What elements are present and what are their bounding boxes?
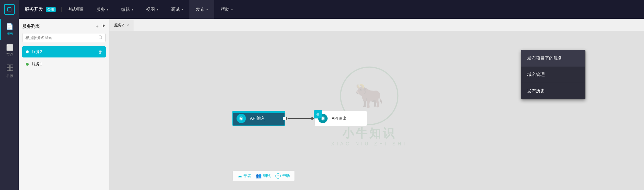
bottom-toolbar: ☁ 部署 👥 调试 ? 帮助 bbox=[232, 170, 295, 181]
deploy-icon: ☁ bbox=[237, 173, 242, 179]
sidebar-item-service[interactable]: 📄 服务 bbox=[0, 19, 19, 40]
output-corner-flag bbox=[314, 110, 322, 118]
publish-dropdown: 发布项目下的服务 域名管理 发布历史 bbox=[521, 50, 585, 99]
view-chevron-icon: ▾ bbox=[157, 8, 158, 11]
watermark-en-text: XIAO NIU ZHI SHI bbox=[331, 141, 407, 147]
output-node-label: API输出 bbox=[332, 116, 347, 121]
search-input[interactable] bbox=[25, 35, 97, 40]
add-service-button[interactable]: + bbox=[95, 23, 99, 30]
panel-actions: + bbox=[95, 23, 106, 30]
service-status-dot bbox=[26, 50, 29, 53]
service-panel: 服务列表 + 服务2 🗑 bbox=[19, 19, 109, 190]
svg-rect-0 bbox=[7, 65, 10, 67]
debug-icon: 👥 bbox=[256, 173, 262, 179]
nav-edit[interactable]: 编辑 ▾ bbox=[115, 0, 140, 19]
nav-view[interactable]: 视图 ▾ bbox=[140, 0, 165, 19]
search-icon bbox=[98, 35, 102, 40]
nav-help[interactable]: 帮助 ▾ bbox=[214, 0, 239, 19]
navbar: 服务开发 公测 测试项目 服务 ▾ 编辑 ▾ 视图 ▾ 调试 ▾ 发布 ▾ 帮助… bbox=[0, 0, 644, 19]
service-item-2[interactable]: 服务2 🗑 bbox=[22, 46, 106, 57]
brand-text: 服务开发 bbox=[25, 6, 43, 13]
brand-badge: 公测 bbox=[46, 7, 56, 12]
project-name: 测试项目 bbox=[61, 7, 90, 12]
watermark: 🐂 小牛知识 XIAO NIU ZHI SHI bbox=[331, 67, 407, 147]
service-icon: 📄 bbox=[6, 23, 13, 30]
deploy-label: 部署 bbox=[244, 173, 251, 179]
svg-rect-3 bbox=[10, 68, 13, 71]
panel-header: 服务列表 + bbox=[22, 23, 106, 30]
output-connector bbox=[283, 117, 286, 120]
service-chevron-icon: ▾ bbox=[107, 8, 108, 11]
api-input-node[interactable]: API输入 bbox=[232, 111, 285, 126]
tab-label: 服务2 bbox=[114, 23, 124, 28]
tab-service2[interactable]: 服务2 ✕ bbox=[109, 20, 134, 31]
nav-debug[interactable]: 调试 ▾ bbox=[165, 0, 189, 19]
debug-chevron-icon: ▾ bbox=[181, 8, 183, 11]
flow-arrow bbox=[285, 117, 314, 120]
node-header-bar bbox=[232, 111, 285, 113]
publish-services-item[interactable]: 发布项目下的服务 bbox=[521, 50, 585, 67]
node-icon: ⬜ bbox=[6, 44, 13, 51]
publish-chevron-icon: ▾ bbox=[206, 8, 208, 11]
import-service-button[interactable] bbox=[101, 23, 106, 30]
canvas-area[interactable]: 🐂 小牛知识 XIAO NIU ZHI SHI bbox=[109, 31, 644, 190]
brand-area: 服务开发 公测 bbox=[19, 6, 61, 13]
api-output-node[interactable]: API输出 bbox=[314, 111, 367, 126]
svg-rect-1 bbox=[10, 65, 13, 67]
input-node-label: API输入 bbox=[250, 116, 265, 121]
help-button[interactable]: ? 帮助 bbox=[275, 173, 290, 179]
nav-menu: 服务 ▾ 编辑 ▾ 视图 ▾ 调试 ▾ 发布 ▾ 帮助 ▾ bbox=[90, 0, 644, 19]
logo-area[interactable] bbox=[0, 0, 19, 19]
domain-management-item[interactable]: 域名管理 bbox=[521, 67, 585, 83]
svg-line-6 bbox=[101, 38, 102, 39]
svg-rect-2 bbox=[7, 68, 10, 71]
content-area: 服务2 ✕ 🐂 小牛知识 XIAO NIU ZHI SHI bbox=[109, 19, 644, 190]
help-label: 帮助 bbox=[282, 173, 290, 179]
api-input-icon bbox=[237, 114, 246, 123]
watermark-bull-icon: 🐂 bbox=[354, 82, 384, 110]
logo-icon bbox=[4, 4, 15, 15]
flow-container: API输入 bbox=[232, 111, 367, 126]
svg-marker-4 bbox=[103, 24, 105, 28]
debug-button[interactable]: 👥 调试 bbox=[256, 173, 271, 179]
logo-inner bbox=[7, 7, 11, 11]
sidebar-item-node[interactable]: ⬜ 节点 bbox=[0, 40, 19, 61]
service-item-1[interactable]: 服务1 bbox=[22, 59, 106, 70]
search-box bbox=[22, 33, 106, 42]
help-chevron-icon: ▾ bbox=[231, 8, 233, 11]
sidebar-item-extend[interactable]: 扩展 bbox=[0, 61, 19, 82]
service-name: 服务1 bbox=[32, 62, 102, 67]
arrow-body bbox=[288, 118, 311, 119]
delete-service-icon[interactable]: 🗑 bbox=[98, 50, 102, 54]
debug-label: 调试 bbox=[263, 173, 271, 179]
input-node-box: API输入 bbox=[232, 111, 285, 126]
service-status-dot bbox=[26, 63, 29, 66]
deploy-button[interactable]: ☁ 部署 bbox=[237, 173, 251, 179]
output-node-box: API输出 bbox=[314, 111, 367, 126]
main-layout: 📄 服务 ⬜ 节点 扩展 服务列表 + bbox=[0, 19, 644, 190]
nav-service[interactable]: 服务 ▾ bbox=[90, 0, 115, 19]
service-name: 服务2 bbox=[32, 49, 98, 55]
tabs-bar: 服务2 ✕ bbox=[109, 19, 644, 31]
publish-history-item[interactable]: 发布历史 bbox=[521, 83, 585, 99]
nav-publish[interactable]: 发布 ▾ bbox=[189, 0, 214, 19]
watermark-cn-text: 小牛知识 bbox=[342, 125, 396, 141]
panel-title: 服务列表 bbox=[22, 24, 40, 29]
extend-icon bbox=[7, 65, 13, 72]
svg-point-9 bbox=[241, 117, 242, 118]
help-icon: ? bbox=[275, 173, 281, 179]
icon-sidebar: 📄 服务 ⬜ 节点 扩展 bbox=[0, 19, 19, 190]
tab-close-icon[interactable]: ✕ bbox=[126, 23, 129, 27]
edit-chevron-icon: ▾ bbox=[132, 8, 133, 11]
